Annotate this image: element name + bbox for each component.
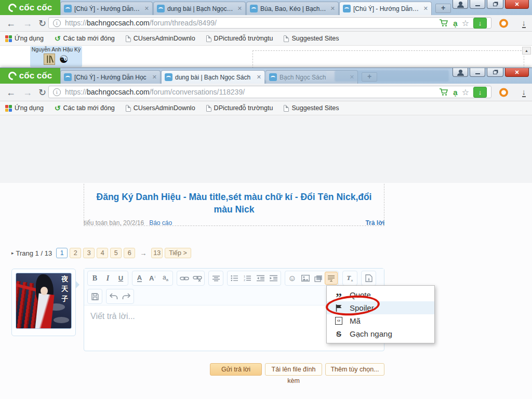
- upload-attachment-button[interactable]: Tải lên file đính kèm: [265, 363, 322, 376]
- bookmark-apps[interactable]: Ứng dụng: [5, 104, 44, 112]
- profile-button[interactable]: [453, 0, 468, 9]
- address-bar: ← → ↻ i https://bachngocsach.com/forum/t…: [0, 15, 532, 32]
- coccoc-savior-icon[interactable]: [499, 88, 508, 97]
- close-window-button[interactable]: ✕: [505, 68, 529, 77]
- back-icon[interactable]: ←: [6, 87, 16, 98]
- bookmark-star-icon[interactable]: ☆: [462, 18, 469, 28]
- text-color-button[interactable]: A: [133, 272, 146, 285]
- close-tab-icon[interactable]: ✕: [330, 5, 335, 12]
- tab-4-active[interactable]: [Chú Ý] - Hướng Dẫn Họ ✕: [339, 2, 432, 15]
- bookmark-reopened-tabs[interactable]: ↺Các tab mới đóng: [55, 104, 115, 112]
- bookmark-suggested-sites[interactable]: Suggested Sites: [284, 104, 339, 112]
- bookmark-file-2[interactable]: DPictuređỗ trườngtu: [206, 104, 273, 112]
- page-button-4[interactable]: 4: [97, 248, 108, 258]
- download-video-button[interactable]: ↓: [473, 87, 487, 98]
- forward-icon[interactable]: →: [23, 18, 32, 29]
- remove-format-button[interactable]: T×: [343, 272, 356, 285]
- italic-button[interactable]: I: [101, 272, 114, 285]
- underline-button[interactable]: U: [114, 272, 127, 285]
- tab-1[interactable]: [Chú Ý] - Hướng Dẫn Họ ✕: [60, 2, 153, 15]
- numbered-list-button[interactable]: 12: [241, 272, 254, 285]
- menu-item-strikethrough[interactable]: S Gạch ngang: [327, 327, 434, 340]
- dictionary-icon[interactable]: ạ: [453, 88, 457, 97]
- tab-2-active[interactable]: dung bài | Bạch Ngọc Sách ✕: [161, 70, 265, 84]
- bookmark-star-icon[interactable]: ☆: [462, 87, 469, 97]
- close-tab-icon[interactable]: ✕: [423, 5, 428, 12]
- page-button-1[interactable]: 1: [56, 248, 68, 258]
- close-tab-icon[interactable]: ✕: [237, 5, 242, 12]
- forward-icon[interactable]: →: [23, 87, 32, 98]
- bookmark-reopened-tabs[interactable]: ↺Các tab mới đóng: [55, 34, 115, 43]
- reload-icon[interactable]: ↻: [38, 87, 46, 98]
- bookmark-file-2[interactable]: DPictuređỗ trườngtu: [206, 35, 273, 42]
- menu-item-code[interactable]: ‹› Mã: [327, 314, 434, 327]
- downloads-icon[interactable]: ↓: [522, 19, 526, 28]
- alignment-button[interactable]: [209, 272, 222, 285]
- page-button-5[interactable]: 5: [110, 248, 122, 258]
- maximize-button[interactable]: [487, 68, 503, 77]
- send-reply-button[interactable]: Gửi trả lời: [210, 363, 262, 376]
- bold-button[interactable]: B: [88, 272, 101, 285]
- tab-1[interactable]: [Chú Ý] - Hướng Dẫn Học ✕: [60, 70, 161, 84]
- remove-link-button[interactable]: [191, 272, 204, 285]
- font-family-button[interactable]: aa: [159, 272, 172, 285]
- more-options-button[interactable]: Thêm tùy chọn...: [325, 363, 384, 376]
- url-field[interactable]: i https://bachngocsach.com/forum/threads…: [48, 17, 491, 29]
- download-video-button[interactable]: ↓: [473, 18, 487, 29]
- reload-icon[interactable]: ↻: [38, 18, 46, 29]
- downloads-icon[interactable]: ↓: [522, 88, 526, 97]
- smiley-button[interactable]: ☺: [286, 272, 299, 285]
- reply-avatar-box: 夜天子: [11, 269, 76, 336]
- scrollbar-up-arrow[interactable]: ▲: [522, 47, 531, 55]
- minimize-button[interactable]: [470, 68, 485, 77]
- outdent-button[interactable]: [254, 272, 267, 285]
- report-link[interactable]: Báo cáo: [149, 219, 172, 227]
- close-tab-icon[interactable]: ✕: [152, 74, 157, 81]
- bullet-list-button[interactable]: [228, 272, 241, 285]
- undo-button[interactable]: [107, 290, 120, 303]
- close-tab-icon[interactable]: ✕: [144, 5, 149, 12]
- reopen-tabs-icon: ↺: [55, 34, 61, 43]
- pagination: ▸ Trang 1 / 13 1 2 3 4 5 6 → 13 Tiếp >: [11, 248, 193, 258]
- insert-image-button[interactable]: [299, 272, 312, 285]
- next-page-button[interactable]: Tiếp >: [165, 248, 191, 258]
- bookmark-file-1[interactable]: CUsersAdminDownlo: [126, 104, 195, 112]
- drafts-button[interactable]: [362, 272, 375, 285]
- new-tab-button[interactable]: +: [435, 4, 451, 13]
- insert-media-button[interactable]: [312, 272, 325, 285]
- minimize-button[interactable]: [470, 0, 485, 9]
- insert-link-button[interactable]: [178, 272, 191, 285]
- page-info-icon[interactable]: i: [53, 88, 61, 96]
- cart-icon[interactable]: [439, 88, 449, 96]
- font-size-button[interactable]: A↕: [146, 272, 159, 285]
- align-group: [208, 271, 223, 286]
- page-button-2[interactable]: 2: [70, 248, 81, 258]
- tab-2[interactable]: dung bài | Bạch Ngọc Sá ✕: [153, 2, 246, 15]
- page-info-icon[interactable]: i: [53, 19, 61, 27]
- bookmark-suggested-sites[interactable]: Suggested Sites: [284, 35, 339, 42]
- back-icon[interactable]: ←: [6, 18, 16, 29]
- cart-icon[interactable]: [439, 19, 449, 27]
- close-tab-icon[interactable]: ✕: [257, 74, 261, 81]
- page-button-13[interactable]: 13: [151, 248, 163, 258]
- bookmark-file-1[interactable]: CUsersAdminDownlo: [126, 35, 195, 42]
- redo-button[interactable]: [120, 290, 133, 303]
- profile-button[interactable]: [453, 68, 468, 77]
- coccoc-logo: cốc cốc: [0, 68, 60, 84]
- coccoc-savior-icon[interactable]: [499, 19, 508, 28]
- bookmark-apps[interactable]: Ứng dụng: [5, 35, 44, 42]
- close-window-button[interactable]: ✕: [505, 0, 529, 9]
- selected-user-box[interactable]: Nguyễn Anh Hậu Kỳ ☯: [30, 46, 82, 67]
- page-button-3[interactable]: 3: [83, 248, 95, 258]
- reply-link[interactable]: Trả lời: [365, 219, 384, 227]
- save-draft-button[interactable]: [88, 290, 101, 303]
- maximize-button[interactable]: [487, 0, 503, 9]
- url-field[interactable]: i https://bachngocsach.com/forum/convers…: [48, 86, 491, 98]
- dictionary-icon[interactable]: ạ: [453, 19, 457, 28]
- insert-special-button-active[interactable]: [325, 272, 338, 285]
- page-button-6[interactable]: 6: [124, 248, 135, 258]
- apps-grid-icon: [5, 35, 12, 42]
- indent-button[interactable]: [267, 272, 280, 285]
- avatar[interactable]: 夜天子: [16, 273, 72, 329]
- tab-3[interactable]: Búa, Bao, Kéo | Bạch Ng ✕: [246, 2, 339, 15]
